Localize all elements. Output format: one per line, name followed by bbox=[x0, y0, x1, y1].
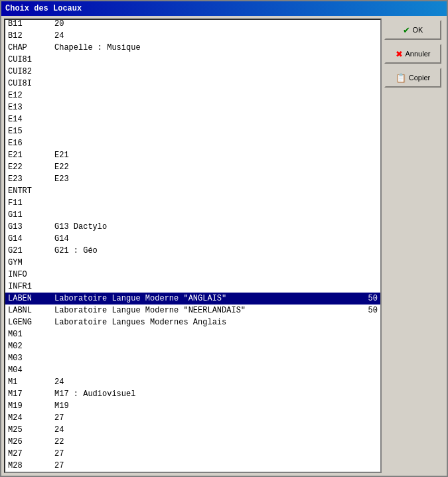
table-row[interactable]: M2524 bbox=[5, 424, 380, 436]
table-row[interactable]: G13G13 Dactylo bbox=[5, 221, 380, 233]
main-window: Choix des Locaux 3EMEAClasse 3ème AB119B… bbox=[0, 0, 448, 477]
table-row[interactable]: M124 bbox=[5, 376, 380, 388]
table-row[interactable]: INFR1 bbox=[5, 281, 380, 293]
row-desc bbox=[52, 257, 354, 269]
row-code: INFO bbox=[5, 269, 52, 281]
row-num bbox=[354, 269, 380, 281]
table-row[interactable]: ENTRT bbox=[5, 185, 380, 197]
row-desc bbox=[52, 125, 354, 137]
row-desc: Laboratoire Langue Moderne "ANGLAIS" bbox=[52, 293, 354, 305]
table-row[interactable]: CUI8I bbox=[5, 78, 380, 90]
list-scroll[interactable]: 3EMEAClasse 3ème AB119B1120B1224CHAPChap… bbox=[5, 20, 380, 472]
table-row[interactable]: B1120 bbox=[5, 20, 380, 30]
table-row[interactable]: M04 bbox=[5, 364, 380, 376]
table-row[interactable]: M2622 bbox=[5, 436, 380, 448]
table-row[interactable]: E14 bbox=[5, 113, 380, 125]
row-code: CUI82 bbox=[5, 66, 52, 78]
row-code: M24 bbox=[5, 412, 52, 424]
table-row[interactable]: E13 bbox=[5, 102, 380, 113]
table-row[interactable]: M03 bbox=[5, 352, 380, 364]
table-row[interactable]: M19M19 bbox=[5, 400, 380, 412]
row-num bbox=[354, 316, 380, 328]
row-desc bbox=[52, 340, 354, 352]
row-desc bbox=[52, 78, 354, 90]
table-row[interactable]: G11 bbox=[5, 209, 380, 221]
table-row[interactable]: LABENLaboratoire Langue Moderne "ANGLAIS… bbox=[5, 293, 380, 305]
table-row[interactable]: INFO bbox=[5, 269, 380, 281]
table-row[interactable]: E16 bbox=[5, 137, 380, 149]
copy-label: Copier bbox=[409, 74, 430, 82]
row-desc: 22 bbox=[52, 436, 354, 448]
copy-icon: 📋 bbox=[396, 73, 406, 83]
locaux-table: 3EMEAClasse 3ème AB119B1120B1224CHAPChap… bbox=[5, 20, 380, 472]
row-desc bbox=[52, 364, 354, 376]
row-desc: 24 bbox=[52, 424, 354, 436]
cancel-label: Annuler bbox=[406, 50, 431, 58]
table-row[interactable]: LABNLLaboratoire Langue Moderne "NEERLAN… bbox=[5, 305, 380, 316]
ok-icon: ✔ bbox=[403, 25, 410, 35]
row-num bbox=[354, 328, 380, 340]
table-row[interactable]: F11 bbox=[5, 197, 380, 209]
row-desc: 27 bbox=[52, 448, 354, 460]
table-row[interactable]: M2827 bbox=[5, 460, 380, 472]
cancel-button[interactable]: ✖ Annuler bbox=[384, 44, 441, 64]
row-desc: M19 bbox=[52, 400, 354, 412]
table-row[interactable]: CHAPChapelle : Musique bbox=[5, 42, 380, 54]
row-num bbox=[354, 102, 380, 113]
row-code: G13 bbox=[5, 221, 52, 233]
row-code: M19 bbox=[5, 400, 52, 412]
table-row[interactable]: E22E22 bbox=[5, 161, 380, 173]
row-code: E23 bbox=[5, 173, 52, 185]
table-row[interactable]: E15 bbox=[5, 125, 380, 137]
table-row[interactable]: E23E23 bbox=[5, 173, 380, 185]
row-desc: M17 : Audiovisuel bbox=[52, 388, 354, 400]
row-desc bbox=[52, 209, 354, 221]
row-num bbox=[354, 78, 380, 90]
table-row[interactable]: CUI81 bbox=[5, 54, 380, 66]
table-row[interactable]: G21G21 : Géo bbox=[5, 245, 380, 257]
row-code: M17 bbox=[5, 388, 52, 400]
window-content: 3EMEAClasse 3ème AB119B1120B1224CHAPChap… bbox=[1, 16, 447, 476]
row-num bbox=[354, 66, 380, 78]
table-row[interactable]: M17M17 : Audiovisuel bbox=[5, 388, 380, 400]
table-row[interactable]: E12 bbox=[5, 90, 380, 102]
table-row[interactable]: M02 bbox=[5, 340, 380, 352]
row-code: E21 bbox=[5, 149, 52, 161]
table-row[interactable]: E21E21 bbox=[5, 149, 380, 161]
row-num bbox=[354, 209, 380, 221]
row-code: M02 bbox=[5, 340, 52, 352]
row-code: M01 bbox=[5, 328, 52, 340]
row-num bbox=[354, 185, 380, 197]
table-row[interactable]: G14G14 bbox=[5, 233, 380, 245]
row-code: LGENG bbox=[5, 316, 52, 328]
row-num bbox=[354, 257, 380, 269]
copy-button[interactable]: 📋 Copier bbox=[384, 68, 441, 88]
row-desc: 24 bbox=[52, 30, 354, 42]
ok-button[interactable]: ✔ OK bbox=[384, 20, 441, 40]
table-row[interactable]: B1224 bbox=[5, 30, 380, 42]
row-desc bbox=[52, 328, 354, 340]
row-code: M03 bbox=[5, 352, 52, 364]
table-row[interactable]: M01 bbox=[5, 328, 380, 340]
row-desc bbox=[52, 269, 354, 281]
row-num bbox=[354, 113, 380, 125]
table-row[interactable]: LGENGLaboratoire Langues Modernes Anglai… bbox=[5, 316, 380, 328]
row-num: 50 bbox=[354, 305, 380, 316]
table-row[interactable]: CUI82 bbox=[5, 66, 380, 78]
row-num bbox=[354, 233, 380, 245]
table-row[interactable]: M2727 bbox=[5, 448, 380, 460]
row-desc: E21 bbox=[52, 149, 354, 161]
row-desc: 24 bbox=[52, 376, 354, 388]
row-num bbox=[354, 376, 380, 388]
row-code: G14 bbox=[5, 233, 52, 245]
row-num bbox=[354, 281, 380, 293]
row-code: E13 bbox=[5, 102, 52, 113]
row-code: M26 bbox=[5, 436, 52, 448]
row-num bbox=[354, 161, 380, 173]
table-row[interactable]: GYM bbox=[5, 257, 380, 269]
table-row[interactable]: M2427 bbox=[5, 412, 380, 424]
row-desc: E22 bbox=[52, 161, 354, 173]
row-desc: Laboratoire Langues Modernes Anglais bbox=[52, 316, 354, 328]
row-desc bbox=[52, 113, 354, 125]
row-desc: 27 bbox=[52, 460, 354, 472]
